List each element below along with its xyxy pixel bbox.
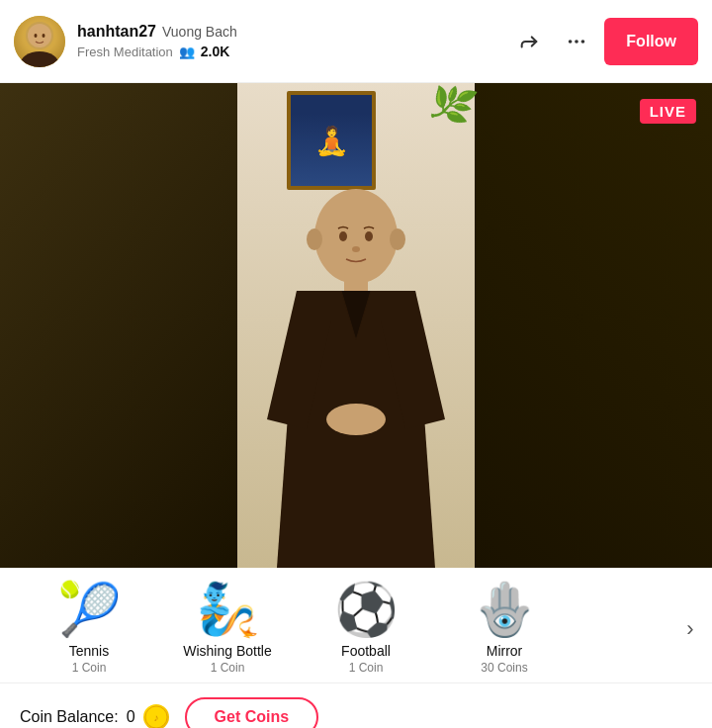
gift-price-football: 1 Coin (349, 661, 384, 675)
gift-name-mirror: Mirror (487, 643, 523, 659)
gift-icon-wishing-bottle: 🧞 (196, 584, 260, 635)
svg-point-13 (339, 231, 347, 241)
header-info: hanhtan27 Vuong Bach Fresh Meditation 👥 … (77, 23, 509, 59)
subtitle-label: Fresh Meditation (77, 45, 173, 59)
more-button[interactable] (557, 22, 596, 61)
next-gifts-button[interactable]: › (672, 611, 708, 647)
svg-point-8 (581, 40, 585, 44)
username: hanhtan27 (77, 23, 156, 41)
share-button[interactable] (509, 22, 549, 61)
svg-point-11 (307, 228, 322, 250)
svg-point-2 (20, 51, 59, 67)
avatar[interactable] (14, 16, 65, 67)
svg-point-3 (28, 24, 51, 47)
gift-price-tennis: 1 Coin (72, 661, 107, 675)
svg-point-12 (390, 228, 405, 250)
gift-name-tennis: Tennis (69, 643, 109, 659)
get-coins-button[interactable]: Get Coins (185, 697, 319, 728)
svg-point-4 (35, 34, 38, 38)
coin-balance: Coin Balance: 0 ♪ (20, 704, 169, 728)
viewer-count: 2.0K (201, 44, 230, 59)
gift-price-wishing-bottle: 1 Coin (211, 661, 245, 675)
gift-icon-mirror: 🪬 (473, 584, 537, 635)
tiktok-coin-icon: ♪ (143, 704, 169, 728)
gift-price-mirror: 30 Coins (481, 661, 527, 675)
gift-icon-tennis: 🎾 (57, 584, 122, 635)
coin-amount: 0 (127, 708, 135, 726)
gift-name-wishing-bottle: Wishing Bottle (183, 643, 271, 659)
video-bg-right (475, 83, 712, 568)
svg-point-6 (569, 40, 573, 44)
video-bg-left (0, 83, 237, 568)
header: hanhtan27 Vuong Bach Fresh Meditation 👥 … (0, 0, 712, 83)
gift-name-football: Football (341, 643, 391, 659)
gift-item-football[interactable]: ⚽ Football 1 Coin (297, 584, 435, 675)
svg-point-14 (365, 231, 373, 241)
svg-point-7 (576, 40, 579, 44)
svg-point-5 (43, 34, 45, 38)
svg-point-9 (314, 189, 398, 284)
live-badge: LIVE (640, 99, 696, 124)
footer: Coin Balance: 0 ♪ Get Coins (0, 683, 712, 728)
gift-item-wishing-bottle[interactable]: 🧞 Wishing Bottle 1 Coin (158, 584, 297, 675)
gifts-section: 🎾 Tennis 1 Coin 🧞 Wishing Bottle 1 Coin … (0, 568, 712, 683)
svg-point-16 (326, 404, 386, 435)
header-actions: Follow (509, 18, 698, 65)
follow-button[interactable]: Follow (604, 18, 698, 65)
svg-point-15 (352, 246, 360, 252)
coin-balance-label: Coin Balance: (20, 708, 119, 726)
people-icon: 👥 (179, 45, 195, 59)
person (237, 83, 475, 568)
video-area: 🧘 🌿 (0, 83, 712, 568)
gift-icon-football: ⚽ (334, 584, 399, 635)
gift-item-tennis[interactable]: 🎾 Tennis 1 Coin (20, 584, 158, 675)
gift-item-mirror[interactable]: 🪬 Mirror 30 Coins (435, 584, 574, 675)
gifts-list: 🎾 Tennis 1 Coin 🧞 Wishing Bottle 1 Coin … (20, 584, 672, 675)
display-name: Vuong Bach (162, 24, 237, 40)
svg-text:♪: ♪ (153, 712, 158, 723)
